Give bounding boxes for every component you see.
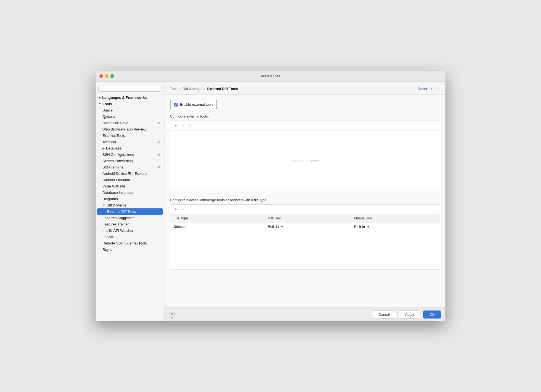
sidebar-item-intellij-api-watcher[interactable]: IntelliJ API Watcher bbox=[96, 227, 163, 234]
table-row: Default Built-in ▼ bbox=[170, 222, 440, 231]
preferences-window: Preferences ⌕ ▶Languages & Frameworks▼To… bbox=[96, 71, 445, 321]
settings-badge-icon: ⊞ bbox=[158, 165, 161, 169]
sidebar-item-label: SSH Configurations bbox=[102, 153, 134, 157]
search-wrapper[interactable]: ⌕ bbox=[98, 86, 161, 92]
sidebar-item-label: Logcat bbox=[102, 235, 113, 239]
breadcrumb-sep-1: › bbox=[180, 87, 181, 90]
tools-empty-area: Nothing to show bbox=[170, 130, 440, 191]
merge-tool-select[interactable]: Built-in bbox=[354, 225, 366, 229]
main-content: ⌕ ▶Languages & Frameworks▼ToolsSpaceQoda… bbox=[96, 82, 445, 321]
sidebar-item-label: Tools bbox=[103, 102, 112, 106]
panel-body: Enable external tools Configure external… bbox=[164, 95, 445, 307]
sidebar-item-label: Diff & Merge bbox=[107, 203, 126, 207]
breadcrumb-diff-merge[interactable]: Diff & Merge bbox=[183, 87, 202, 91]
sidebar-item-label: Database bbox=[106, 146, 121, 150]
sidebar-item-label: Database Inspector bbox=[102, 190, 134, 195]
sidebar-item-android-device-file-explorer[interactable]: Android Device File Explorer bbox=[96, 170, 163, 177]
sidebar-item-remote-ssh-external-tools[interactable]: Remote SSH External Tools bbox=[96, 240, 163, 246]
merge-tool-dropdown-arrow: ▼ bbox=[367, 225, 370, 228]
remove-tool-button[interactable]: − bbox=[180, 122, 186, 129]
sidebar-item-diagrams[interactable]: Diagrams bbox=[96, 196, 163, 202]
chevron-icon: ▶ bbox=[99, 96, 101, 99]
search-icon: ⌕ bbox=[101, 87, 102, 91]
sidebar-item-terminal[interactable]: Terminal⊞ bbox=[96, 139, 163, 145]
settings-badge-icon: ⊞ bbox=[158, 153, 161, 156]
edit-tool-button[interactable]: ✎ bbox=[187, 122, 193, 129]
diff-tools-toolbar: + − bbox=[170, 205, 440, 214]
sidebar-item-external-diff-tools[interactable]: External Diff Tools bbox=[97, 208, 163, 215]
footer-buttons: Cancel Apply OK bbox=[372, 311, 441, 318]
sidebar-item-rsync[interactable]: Rsync bbox=[96, 246, 163, 253]
sidebar-item-web-browsers[interactable]: Web Browsers and Preview bbox=[96, 126, 163, 132]
sidebar-item-label: Code With Me bbox=[102, 184, 125, 188]
sidebar-item-android-emulator[interactable]: Android Emulator bbox=[96, 177, 163, 183]
nav-back-button[interactable]: ‹ bbox=[430, 86, 433, 92]
sidebar-item-database-inspector[interactable]: Database Inspector bbox=[96, 189, 163, 196]
add-tool-button[interactable]: + bbox=[172, 122, 179, 129]
merge-tool-header: Merge Tool bbox=[351, 214, 440, 222]
maximize-button[interactable] bbox=[110, 74, 114, 78]
file-type-value: Default bbox=[174, 225, 186, 229]
sidebar-item-diff-merge[interactable]: ▼Diff & Merge bbox=[96, 202, 163, 208]
reset-button[interactable]: Reset bbox=[418, 87, 427, 91]
sidebar-item-features-suggester[interactable]: Features Suggester bbox=[96, 215, 163, 221]
enable-external-tools-checkbox[interactable] bbox=[174, 103, 178, 107]
minimize-button[interactable] bbox=[105, 74, 109, 78]
ok-button[interactable]: OK bbox=[423, 311, 441, 318]
sidebar-item-qodana[interactable]: Qodana bbox=[96, 113, 163, 120]
main-panel: Tools › Diff & Merge › External Diff Too… bbox=[164, 82, 445, 321]
breadcrumb-sep-2: › bbox=[204, 87, 205, 90]
sidebar-item-label: Remote SSH External Tools bbox=[102, 241, 147, 245]
header-actions: Reset ‹ › bbox=[418, 86, 440, 92]
search-bar: ⌕ bbox=[96, 84, 164, 93]
traffic-lights bbox=[99, 74, 114, 78]
add-diff-tool-button[interactable]: + bbox=[172, 206, 179, 213]
settings-badge-icon: ⊞ bbox=[158, 140, 161, 144]
sidebar-item-tools[interactable]: ▼Tools bbox=[96, 101, 163, 107]
diff-tool-select[interactable]: Built-in bbox=[268, 225, 279, 229]
enable-external-tools-label[interactable]: Enable external tools bbox=[180, 102, 213, 107]
sidebar-item-label: Features Suggester bbox=[102, 216, 134, 220]
sidebar-item-external-tools[interactable]: External Tools bbox=[96, 132, 163, 139]
sidebar-item-label: Languages & Frameworks bbox=[102, 96, 147, 100]
sidebar-item-label: External Diff Tools bbox=[107, 209, 136, 214]
breadcrumb-external-diff-tools[interactable]: External Diff Tools bbox=[207, 87, 238, 91]
close-button[interactable] bbox=[99, 74, 103, 78]
chevron-icon: ▶ bbox=[102, 147, 105, 150]
apply-button[interactable]: Apply bbox=[399, 311, 421, 318]
sidebar-item-languages-frameworks[interactable]: ▶Languages & Frameworks bbox=[96, 94, 163, 101]
nothing-to-show-label: Nothing to show bbox=[292, 159, 318, 163]
sidebar-item-code-with-me[interactable]: Code With Me bbox=[96, 183, 163, 189]
merge-tool-cell: Built-in ▼ bbox=[351, 222, 440, 231]
configure-diff-merge-section: Configure external diff/merge tools asso… bbox=[170, 198, 440, 270]
sidebar-item-space[interactable]: Space bbox=[96, 107, 163, 113]
sidebar-item-label: SSH Terminal bbox=[102, 165, 124, 169]
diff-tool-select-wrapper: Built-in ▼ bbox=[268, 225, 347, 229]
help-button[interactable]: ? bbox=[169, 312, 175, 318]
enable-external-tools-row: Enable external tools bbox=[170, 100, 217, 109]
sidebar-item-label: Space bbox=[102, 108, 113, 112]
configure-tools-label: Configure external tools: bbox=[170, 114, 440, 118]
sidebar-item-ssh-configurations[interactable]: SSH Configurations⊞ bbox=[96, 151, 163, 158]
sidebar-item-logcat[interactable]: Logcat bbox=[96, 234, 163, 240]
sidebar-item-screen-forwarding[interactable]: Screen Forwarding bbox=[96, 158, 163, 164]
configure-external-tools-section: Configure external tools: + − ✎ Nothing … bbox=[170, 114, 440, 191]
sidebar-item-label: Screen Forwarding bbox=[102, 159, 133, 163]
sidebar-item-label: External Tools bbox=[102, 134, 125, 138]
sidebar-item-features-trainer[interactable]: Features Trainer bbox=[96, 221, 163, 227]
sidebar-item-ssh-terminal[interactable]: SSH Terminal⊞ bbox=[96, 164, 163, 170]
sidebar-item-actions-on-save[interactable]: Actions on Save⊞ bbox=[96, 120, 163, 126]
tools-toolbar-box: + − ✎ Nothing to show bbox=[170, 121, 440, 191]
panel-header: Tools › Diff & Merge › External Diff Too… bbox=[164, 82, 445, 95]
search-input[interactable] bbox=[104, 87, 159, 91]
sidebar-item-database[interactable]: ▶Database bbox=[96, 145, 163, 151]
file-type-cell: Default bbox=[170, 222, 264, 231]
cancel-button[interactable]: Cancel bbox=[372, 311, 396, 318]
sidebar: ⌕ ▶Languages & Frameworks▼ToolsSpaceQoda… bbox=[96, 82, 164, 321]
breadcrumb-tools[interactable]: Tools bbox=[170, 87, 178, 91]
settings-badge-icon: ⊞ bbox=[158, 121, 161, 125]
diff-tools-toolbar-box: + − File Type Diff Tool Merge Tool bbox=[170, 204, 440, 270]
nav-forward-button[interactable]: › bbox=[436, 86, 440, 92]
remove-diff-tool-button[interactable]: − bbox=[180, 206, 186, 213]
configure-diff-label: Configure external diff/merge tools asso… bbox=[170, 198, 440, 202]
